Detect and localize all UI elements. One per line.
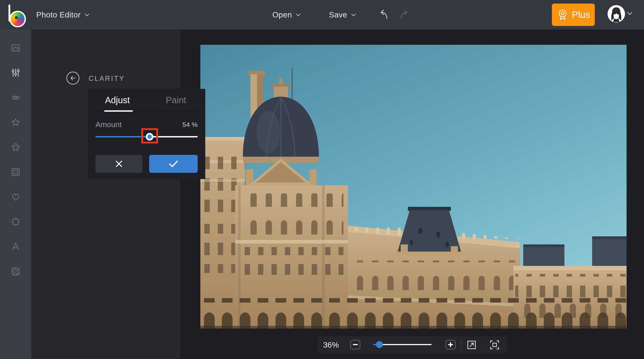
letter-a-icon: [10, 241, 21, 252]
sidebar-item-image[interactable]: [0, 35, 31, 60]
amount-value: 54 %: [166, 121, 198, 129]
logo-hole: [15, 16, 18, 19]
open-menu[interactable]: Open: [272, 0, 301, 30]
sidebar-item-overlays[interactable]: [0, 184, 31, 209]
texture-icon: [10, 266, 21, 277]
open-label: Open: [272, 10, 292, 19]
clarity-panel: CLARITY Adjust Paint Amount 54 %: [31, 30, 180, 359]
resize-view-button[interactable]: [466, 340, 477, 350]
save-label: Save: [329, 10, 347, 19]
sidebar-item-artsy[interactable]: [0, 135, 31, 160]
minus-icon: [353, 344, 358, 345]
sidebar-item-touchup[interactable]: [0, 85, 31, 110]
app-menu[interactable]: Photo Editor: [36, 0, 90, 30]
account-chevron-icon[interactable]: [627, 12, 632, 16]
photo-image: [200, 45, 626, 328]
toolbar-divider: [461, 339, 462, 350]
checkmark-icon: [168, 160, 178, 168]
sidebar-item-textures[interactable]: [0, 259, 31, 284]
photo-editor-app: Photo Editor Open Save: [0, 0, 644, 359]
apply-button[interactable]: [149, 155, 198, 173]
plus-icon: [448, 342, 453, 347]
zoom-in-button[interactable]: [446, 340, 456, 349]
plus-upgrade-button[interactable]: Plus: [552, 4, 595, 26]
eye-icon: [10, 92, 21, 103]
zoom-toolbar: 36%: [318, 336, 507, 353]
save-menu[interactable]: Save: [329, 0, 356, 30]
sidebar-item-graphics[interactable]: [0, 209, 31, 234]
top-bar: Photo Editor Open Save: [0, 0, 644, 30]
editor-canvas: [180, 30, 644, 359]
badge-icon: [10, 217, 21, 227]
slider-fill: [96, 136, 150, 137]
redo-icon: [398, 9, 410, 20]
chevron-down-icon: [351, 13, 356, 17]
undo-button[interactable]: [378, 0, 390, 30]
undo-icon: [378, 9, 390, 20]
active-tab-underline: [104, 110, 133, 112]
chevron-down-icon: [84, 13, 90, 17]
app-menu-label: Photo Editor: [36, 10, 81, 19]
sidebar-item-text[interactable]: [0, 234, 31, 259]
sidebar-item-frames[interactable]: [0, 160, 31, 184]
tools-sidebar: [0, 30, 31, 359]
circles-icon: [10, 142, 21, 152]
fullscreen-button[interactable]: [490, 340, 500, 350]
arrow-left-icon: [70, 75, 76, 81]
star-icon: [10, 117, 21, 128]
avatar-image: [608, 5, 625, 23]
frame-icon: [10, 167, 21, 177]
befunky-logo[interactable]: [6, 3, 28, 27]
panel-title: CLARITY: [88, 75, 125, 83]
photo-louvre[interactable]: [200, 45, 626, 328]
plus-badge-icon: [556, 9, 569, 21]
fullscreen-icon: [490, 340, 500, 350]
sidebar-item-effects[interactable]: [0, 110, 31, 135]
plus-label: Plus: [572, 10, 590, 20]
sliders-icon: [10, 68, 21, 78]
close-icon: [115, 160, 123, 168]
zoom-slider[interactable]: [373, 341, 432, 348]
tab-bar: Adjust Paint: [88, 89, 205, 111]
zoom-level-value: 36%: [323, 340, 346, 349]
slider-handle[interactable]: [146, 133, 154, 141]
chevron-down-icon: [296, 13, 301, 17]
color-wheel-icon: [10, 11, 26, 27]
user-avatar[interactable]: [608, 5, 625, 23]
diagonal-arrow-icon: [467, 340, 476, 349]
amount-label: Amount: [96, 120, 122, 129]
clarity-amount-slider[interactable]: [96, 133, 198, 141]
cancel-button[interactable]: [96, 155, 142, 173]
back-button[interactable]: [66, 72, 80, 85]
image-icon: [10, 43, 21, 53]
heart-icon: [10, 192, 21, 202]
redo-button[interactable]: [398, 0, 410, 30]
clarity-controls: Adjust Paint Amount 54 %: [88, 89, 205, 179]
tab-paint[interactable]: Paint: [147, 89, 205, 111]
zoom-slider-handle[interactable]: [376, 341, 383, 348]
sidebar-item-edit[interactable]: [0, 60, 31, 85]
tab-adjust[interactable]: Adjust: [88, 89, 147, 111]
zoom-out-button[interactable]: [350, 340, 360, 349]
